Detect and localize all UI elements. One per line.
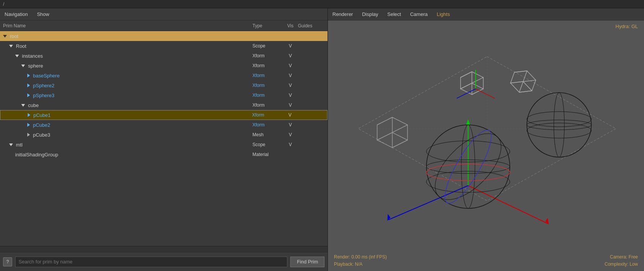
tree-item-type: Xform [252,102,283,108]
scene-viewport [328,20,644,271]
tree-item-label: mtl [16,142,22,148]
expand-icon-right[interactable] [28,113,30,117]
tree-row[interactable]: pCube2XformV [0,120,327,130]
playback: Playback: N/A [334,261,387,268]
tree-item-vis[interactable]: V [283,93,298,98]
tree-item-type: Mesh [252,132,283,137]
tree-item-type: Xform [252,83,283,88]
complexity: Complexity: Low [605,261,638,268]
render-time: Render: 0.00 ms (inf FPS) [334,254,387,261]
svg-marker-33 [511,67,527,87]
tree-row[interactable]: pCube1XformV [0,110,327,120]
svg-point-18 [527,112,591,127]
tree-item-label: cube [28,102,39,108]
tree-item-type: Scope [252,43,283,49]
svg-line-31 [472,72,483,77]
expand-icon-down[interactable] [21,65,25,67]
col-guides: Guides [298,23,324,28]
tree-item-vis[interactable]: V [283,53,298,58]
tree-row[interactable]: cubeXformV [0,100,327,110]
tree-item-type: Xform [252,73,283,78]
svg-line-4 [468,186,548,224]
bottom-bar: ? Find Prim [0,252,327,271]
expand-icon-down[interactable] [15,55,19,57]
cube-small [377,117,407,148]
tree-item-vis[interactable]: V [283,43,298,49]
menu-navigation[interactable]: Navigation [3,10,29,19]
expand-icon-down[interactable] [9,45,13,47]
tree-item-type: Material [252,152,283,157]
tree-row[interactable]: mtlScopeV [0,140,327,150]
tree-item-label: pCube2 [33,122,50,128]
tree-item-vis[interactable]: V [283,73,298,78]
menu-display[interactable]: Display [360,10,380,19]
render-stats: Render: 0.00 ms (inf FPS) Playback: N/A [334,254,387,268]
svg-line-25 [377,117,392,125]
menu-select[interactable]: Select [386,10,403,19]
tree-item-label: pSphere2 [33,83,54,88]
tree-item-vis[interactable]: V [282,112,298,118]
svg-point-19 [527,120,591,130]
expand-icon-down[interactable] [3,35,7,38]
tree-item-type: Scope [252,142,283,147]
expand-icon-right[interactable] [27,84,30,87]
tree-row[interactable]: instancesXformV [0,51,327,61]
svg-line-30 [461,72,472,77]
main-layout: Navigation Show Prim Name Type Vis Guide… [0,8,644,271]
svg-line-26 [392,117,407,125]
svg-point-20 [527,123,591,138]
tree-item-type: Xform [252,122,283,128]
svg-marker-6 [466,119,470,125]
left-panel: Navigation Show Prim Name Type Vis Guide… [0,8,328,271]
tree-row[interactable]: initialShadingGroupMaterial [0,150,327,159]
cube-upper-right [509,67,538,96]
find-prim-button[interactable]: Find Prim [290,257,324,267]
svg-point-21 [554,93,564,157]
tree-row[interactable]: baseSphereXformV [0,71,327,80]
menu-camera[interactable]: Camera [409,10,429,19]
expand-icon-down[interactable] [9,143,13,146]
hydra-label: Hydra: GL [616,24,638,29]
col-prim-name: Prim Name [3,23,252,28]
expand-icon-right[interactable] [27,123,30,127]
expand-icon-right[interactable] [27,93,30,97]
expand-icon-right[interactable] [27,74,30,77]
svg-point-17 [527,93,591,157]
tree-row[interactable]: pCube3MeshV [0,130,327,140]
tree-row[interactable]: pSphere3XformV [0,90,327,100]
expand-icon-down[interactable] [21,104,25,107]
tree-item-label: root [10,33,18,39]
menu-lights[interactable]: Lights [435,10,451,19]
tree-item-label: pCube3 [33,132,50,138]
camera-stats: Camera: Free Complexity: Low [605,254,638,268]
menu-show[interactable]: Show [35,10,51,19]
tree-item-type: Xform [252,53,283,58]
tree-item-vis[interactable]: V [283,102,298,108]
tree-item-label: instances [22,53,43,59]
menu-renderer[interactable]: Renderer [331,10,354,19]
tree-item-label: Root [16,43,26,49]
tree-item-vis[interactable]: V [283,63,298,68]
tree-row[interactable]: sphereXformV [0,61,327,71]
tree-item-type: Xform [252,93,283,98]
tree-item-vis[interactable]: V [283,132,298,137]
help-button[interactable]: ? [3,257,12,266]
search-input[interactable] [15,257,287,267]
col-type: Type [252,23,283,28]
tree-item-vis[interactable]: V [283,142,298,147]
tree-item-vis[interactable]: V [283,122,298,128]
right-panel: Renderer Display Select Camera Lights Hy… [328,8,644,271]
tree-item-vis[interactable]: V [283,83,298,88]
viewport[interactable]: Hydra: GL [328,20,644,271]
expand-icon-right[interactable] [27,133,30,137]
tree-row[interactable]: RootScopeV [0,41,327,51]
tree-row[interactable]: root [0,31,327,41]
horizontal-scrollbar[interactable] [0,246,327,252]
tree-area[interactable]: rootRootScopeVinstancesXformVsphereXform… [0,31,327,246]
tree-item-label: pCube1 [33,112,51,118]
top-bar: / [0,0,644,8]
tree-row[interactable]: pSphere2XformV [0,80,327,90]
top-bar-label: / [3,2,4,7]
tree-item-label: sphere [28,63,43,69]
right-menubar: Renderer Display Select Camera Lights [328,8,644,20]
